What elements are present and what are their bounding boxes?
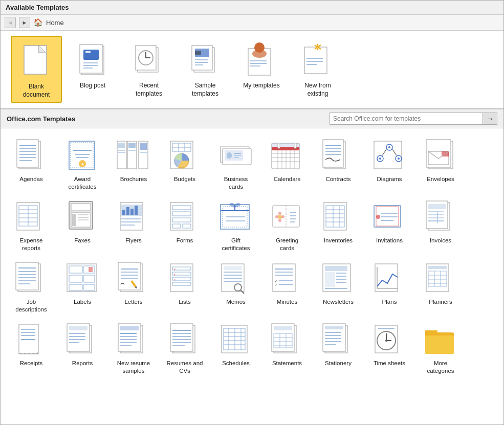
plans-icon (369, 260, 410, 296)
template-lists[interactable]: ✓ ✓ ✓ Lists (159, 256, 210, 318)
template-budgets[interactable]: Budgets (159, 133, 210, 195)
template-greeting[interactable]: Greetingcards (261, 195, 313, 256)
svg-rect-114 (72, 214, 76, 226)
breadcrumb: Home (46, 19, 64, 27)
recent-item-sample[interactable]: Sampletemplates (180, 36, 231, 103)
back-button[interactable]: ◄ (5, 17, 16, 28)
greeting-icon (267, 199, 308, 235)
recent-item-blank[interactable]: Blankdocument (11, 36, 62, 103)
template-forms[interactable]: Forms (159, 195, 210, 256)
template-reports[interactable]: Reports (57, 318, 108, 379)
svg-rect-127 (170, 203, 193, 230)
svg-rect-183 (69, 275, 82, 282)
template-flyers[interactable]: Flyers (108, 195, 159, 256)
forms-label: Forms (177, 237, 193, 244)
contracts-icon (318, 138, 359, 173)
recent-item-blog[interactable]: Blog post (67, 36, 118, 103)
more-icon (420, 322, 461, 357)
template-statements[interactable]: Statements (261, 318, 313, 379)
svg-rect-120 (122, 210, 125, 215)
recent-item-my[interactable]: My templates (236, 36, 287, 103)
svg-point-97 (388, 146, 390, 148)
minutes-label: Minutes (277, 298, 297, 306)
recent-item-recent[interactable]: Recenttemplates (123, 36, 174, 103)
template-calendars[interactable]: Calendars (261, 133, 313, 195)
template-envelopes[interactable]: Envelopes (415, 133, 466, 195)
svg-rect-205 (224, 266, 242, 270)
svg-rect-57 (140, 143, 147, 150)
recent-templates-icon (131, 39, 167, 80)
title-bar: Available Templates (1, 1, 503, 15)
newsletters-icon (318, 260, 359, 296)
svg-rect-253 (120, 326, 139, 330)
svg-text:✓: ✓ (173, 268, 176, 271)
template-letters[interactable]: Letters (108, 256, 159, 318)
statements-label: Statements (272, 360, 302, 367)
svg-rect-122 (130, 209, 134, 215)
template-minutes[interactable]: ✓ ✓ Minutes (261, 256, 313, 318)
svg-rect-91 (374, 141, 402, 169)
greeting-label: Greetingcards (276, 237, 298, 252)
template-diagrams[interactable]: Diagrams (364, 133, 415, 195)
svg-rect-84 (294, 143, 296, 148)
template-memos[interactable]: Memos (210, 256, 261, 318)
template-timesheets[interactable]: Time sheets (364, 318, 415, 379)
memos-icon (215, 260, 256, 296)
invitations-label: Invitations (376, 237, 403, 244)
recent-item-existing[interactable]: New fromexisting (292, 36, 343, 103)
svg-rect-278 (274, 326, 292, 330)
template-agendas[interactable]: Agendas (6, 133, 57, 195)
plans-label: Plans (382, 298, 397, 306)
new-resume-icon (113, 322, 154, 357)
svg-rect-287 (325, 326, 343, 329)
svg-point-297 (385, 340, 387, 342)
svg-rect-68 (227, 152, 232, 159)
template-planners[interactable]: Planners (415, 256, 466, 318)
svg-rect-4 (83, 50, 99, 60)
envelopes-label: Envelopes (427, 175, 454, 183)
template-award[interactable]: ★ Awardcertificates (57, 133, 108, 195)
template-invoices[interactable]: Invoices (415, 195, 466, 256)
forward-button[interactable]: ► (19, 17, 30, 28)
template-schedules[interactable]: Schedules (210, 318, 261, 379)
job-icon (11, 260, 52, 296)
template-more[interactable]: Morecategories (415, 318, 466, 379)
diagrams-label: Diagrams (377, 175, 402, 183)
template-gift[interactable]: Giftcertificates (210, 195, 261, 256)
template-labels[interactable]: Labels (57, 256, 108, 318)
svg-point-163 (376, 215, 380, 219)
svg-rect-186 (83, 284, 95, 290)
recent-templates-label: Recenttemplates (136, 82, 162, 98)
schedules-label: Schedules (222, 360, 250, 367)
template-invitations[interactable]: Invitations (364, 195, 415, 256)
svg-point-141 (278, 215, 282, 219)
template-resumes[interactable]: Resumes andCVs (159, 318, 210, 379)
svg-rect-212 (273, 264, 295, 292)
template-inventories[interactable]: Inventories (313, 195, 364, 256)
award-label: Awardcertificates (69, 175, 97, 191)
template-business-cards[interactable]: Businesscards (210, 133, 261, 195)
template-stationery[interactable]: Stationery (313, 318, 364, 379)
brochures-label: Brochures (120, 175, 147, 183)
svg-rect-52 (118, 143, 125, 148)
template-newsletters[interactable]: Newsletters (313, 256, 364, 318)
template-job[interactable]: Jobdescriptions (6, 256, 57, 318)
template-contracts[interactable]: Contracts (313, 133, 364, 195)
template-faxes[interactable]: Faxes (57, 195, 108, 256)
template-plans[interactable]: Plans (364, 256, 415, 318)
search-input[interactable] (330, 113, 483, 125)
template-brochures[interactable]: Brochures (108, 133, 159, 195)
flyers-label: Flyers (125, 237, 141, 244)
nav-bar: ◄ ► 🏠 Home (1, 15, 503, 31)
search-button[interactable]: → (483, 113, 497, 125)
template-receipts[interactable]: Receipts (6, 318, 57, 379)
template-expense[interactable]: Expensereports (6, 195, 57, 256)
template-new-resume[interactable]: New resumesamples (108, 318, 159, 379)
flyers-icon (113, 199, 154, 235)
svg-rect-150 (324, 203, 346, 230)
statements-icon (267, 322, 308, 357)
reports-label: Reports (72, 360, 93, 367)
resumes-label: Resumes andCVs (167, 360, 203, 375)
new-from-existing-label: New fromexisting (304, 82, 331, 98)
more-label: Morecategories (427, 360, 454, 375)
